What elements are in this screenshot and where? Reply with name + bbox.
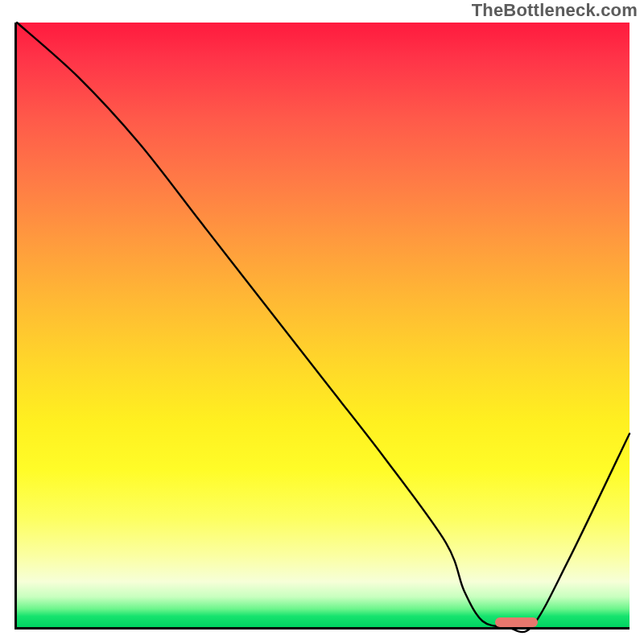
chart-container: { "watermark": "TheBottleneck.com", "cha… (0, 0, 644, 644)
watermark-text: TheBottleneck.com (472, 0, 638, 21)
axes-frame (14, 23, 630, 630)
